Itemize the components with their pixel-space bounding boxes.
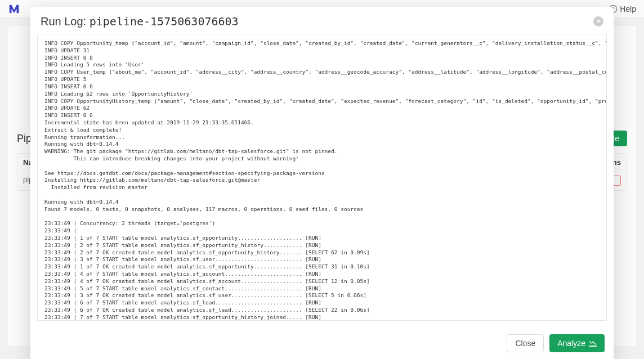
analyze-label: Analyze — [557, 339, 585, 348]
run-log-modal: Run Log: pipeline-1575063076603 ✕ INFO C… — [30, 7, 614, 354]
chart-icon — [589, 340, 597, 347]
log-output: INFO COPY Opportunity_temp ("account_id"… — [44, 40, 600, 321]
close-icon[interactable]: ✕ — [593, 16, 603, 26]
modal-title-id: pipeline-1575063076603 — [90, 15, 239, 28]
analyze-button[interactable]: Analyze — [549, 334, 605, 352]
modal-backdrop: Run Log: pipeline-1575063076603 ✕ INFO C… — [0, 0, 644, 354]
modal-footer: Close Analyze — [30, 327, 614, 354]
close-button[interactable]: Close — [507, 334, 544, 352]
modal-header: Run Log: pipeline-1575063076603 ✕ — [30, 7, 614, 34]
modal-title: Run Log: pipeline-1575063076603 — [41, 15, 239, 28]
modal-title-prefix: Run Log: — [41, 15, 90, 28]
modal-body[interactable]: INFO COPY Opportunity_temp ("account_id"… — [37, 34, 607, 321]
